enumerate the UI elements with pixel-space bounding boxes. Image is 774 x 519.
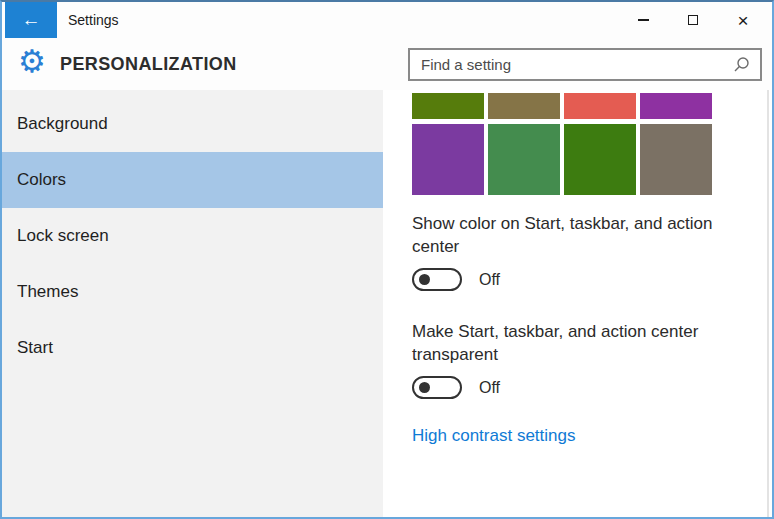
search-box xyxy=(408,48,762,81)
high-contrast-settings-link[interactable]: High contrast settings xyxy=(412,426,575,446)
color-swatch[interactable] xyxy=(412,124,484,195)
window-title: Settings xyxy=(68,2,119,38)
search-icon xyxy=(733,56,750,73)
window-controls: × xyxy=(618,2,768,38)
search-input[interactable] xyxy=(410,50,733,79)
scrollbar[interactable] xyxy=(767,90,769,517)
show-color-toggle[interactable] xyxy=(412,268,462,291)
accent-color-row-partial xyxy=(412,93,712,119)
transparent-toggle-row: Off xyxy=(412,376,500,399)
close-button[interactable]: × xyxy=(718,2,768,38)
color-swatch[interactable] xyxy=(640,124,712,195)
toggle-knob xyxy=(419,382,430,393)
color-swatch[interactable] xyxy=(564,93,636,119)
maximize-button[interactable] xyxy=(668,2,718,38)
page-header: ⚙ PERSONALIZATION xyxy=(2,38,772,90)
colors-content: Show color on Start, taskbar, and action… xyxy=(383,90,772,517)
minimize-button[interactable] xyxy=(618,2,668,38)
transparent-label: Make Start, taskbar, and action center t… xyxy=(412,320,730,366)
sidebar-item-colors[interactable]: Colors xyxy=(2,152,383,208)
close-icon: × xyxy=(737,11,748,30)
color-swatch[interactable] xyxy=(564,124,636,195)
sidebar-item-start[interactable]: Start xyxy=(2,320,383,376)
accent-color-row-full xyxy=(412,124,712,195)
gear-icon: ⚙ xyxy=(18,46,46,77)
settings-window: ← Settings × ⚙ PERSONALIZATION xyxy=(0,0,774,519)
toggle-state-label: Off xyxy=(479,271,500,289)
toggle-state-label: Off xyxy=(479,379,500,397)
body: Background Colors Lock screen Themes Sta… xyxy=(2,90,772,517)
titlebar: ← Settings × xyxy=(2,2,772,38)
color-swatch[interactable] xyxy=(488,93,560,119)
sidebar-item-lock-screen[interactable]: Lock screen xyxy=(2,208,383,264)
toggle-knob xyxy=(419,274,430,285)
transparent-toggle[interactable] xyxy=(412,376,462,399)
minimize-icon xyxy=(638,19,649,21)
color-swatch[interactable] xyxy=(412,93,484,119)
color-swatch[interactable] xyxy=(640,93,712,119)
sidebar-item-background[interactable]: Background xyxy=(2,96,383,152)
show-color-toggle-row: Off xyxy=(412,268,500,291)
back-button[interactable]: ← xyxy=(5,2,57,38)
page-title: PERSONALIZATION xyxy=(60,38,237,90)
maximize-icon xyxy=(688,15,698,25)
color-swatch[interactable] xyxy=(488,124,560,195)
show-color-label: Show color on Start, taskbar, and action… xyxy=(412,212,730,258)
back-arrow-icon: ← xyxy=(22,9,41,31)
sidebar: Background Colors Lock screen Themes Sta… xyxy=(2,90,383,517)
sidebar-item-themes[interactable]: Themes xyxy=(2,264,383,320)
